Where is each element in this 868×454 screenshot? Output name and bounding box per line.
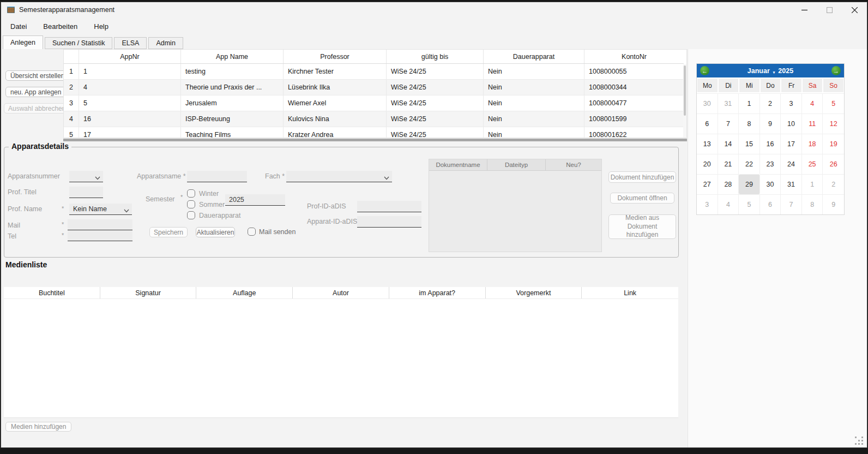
column-header-kontonr[interactable]: KontoNr bbox=[584, 50, 684, 63]
calendar-day[interactable]: 20 bbox=[697, 154, 718, 174]
apparatsname-input[interactable] bbox=[187, 171, 247, 182]
menu-datei[interactable]: Datei bbox=[2, 20, 35, 33]
calendar-day[interactable]: 12 bbox=[823, 113, 844, 134]
speichern-button[interactable]: Speichern bbox=[149, 227, 188, 237]
calendar-day[interactable]: 30 bbox=[697, 93, 718, 113]
medien-aus-dokument-button[interactable]: Medien aus Dokument hinzufügen bbox=[608, 214, 676, 239]
calendar-day[interactable]: 27 bbox=[697, 174, 718, 194]
winter-radio[interactable] bbox=[187, 189, 195, 198]
calendar-day[interactable]: 8 bbox=[739, 113, 760, 134]
calendar-day[interactable]: 7 bbox=[781, 194, 802, 214]
auswahl-abbrechen-button[interactable]: Auswahl abbrechen bbox=[4, 103, 70, 113]
column-header-gueltig-bis[interactable]: gültig bis bbox=[387, 50, 484, 63]
calendar-day[interactable]: 1 bbox=[739, 93, 760, 113]
table-row[interactable]: 2 4 Theorie und Praxis der ... Lüsebrink… bbox=[64, 80, 684, 95]
calendar-day[interactable]: 21 bbox=[718, 154, 739, 174]
table-row[interactable]: 5 17 Teaching Films Kratzer Andrea WiSe … bbox=[64, 127, 684, 138]
calendar-day[interactable]: 2 bbox=[823, 174, 844, 194]
dokument-oeffnen-button[interactable]: Dokument öffnen bbox=[610, 193, 674, 204]
column-header-dauerapparat[interactable]: Dauerapparat bbox=[484, 50, 584, 63]
calendar-day[interactable]: 7 bbox=[718, 113, 739, 134]
medien-column-signatur[interactable]: Signatur bbox=[100, 287, 197, 298]
calendar-day[interactable]: 23 bbox=[760, 154, 781, 174]
apparat-id-adis-input[interactable] bbox=[357, 216, 421, 228]
tab-anlegen[interactable]: Anlegen bbox=[3, 35, 43, 49]
calendar-day[interactable]: 15 bbox=[739, 134, 760, 154]
calendar-day[interactable]: 11 bbox=[802, 113, 823, 134]
calendar-year-label[interactable]: 2025 bbox=[778, 67, 793, 75]
prof-name-select[interactable]: Kein Name bbox=[69, 204, 132, 215]
menu-bearbeiten[interactable]: Bearbeiten bbox=[35, 20, 86, 33]
calendar-day[interactable]: 5 bbox=[739, 194, 760, 214]
calendar-day[interactable]: 5 bbox=[823, 93, 844, 113]
medien-column-vorgemerkt[interactable]: Vorgemerkt bbox=[486, 287, 582, 298]
calendar-day[interactable]: 9 bbox=[823, 194, 844, 214]
prof-titel-input[interactable] bbox=[69, 187, 103, 198]
table-row[interactable]: 1 1 testing Kirchner Tester WiSe 24/25 N… bbox=[64, 64, 684, 80]
calendar-day[interactable]: 4 bbox=[718, 194, 739, 214]
doc-column-dateityp[interactable]: Dateityp bbox=[487, 159, 546, 171]
title-bar[interactable]: Semesterapparatsmanagement bbox=[1, 2, 867, 17]
calendar-day[interactable]: 28 bbox=[718, 174, 739, 194]
calendar-day[interactable]: 8 bbox=[802, 194, 823, 214]
dokument-hinzufuegen-button[interactable]: Dokument hinzufügen bbox=[608, 171, 676, 183]
calendar-day[interactable]: 24 bbox=[781, 154, 802, 174]
calendar-month-label[interactable]: Januar bbox=[748, 67, 770, 75]
semester-year-input[interactable]: 2025 bbox=[225, 194, 285, 206]
calendar-day[interactable]: 9 bbox=[760, 113, 781, 134]
maximize-button[interactable] bbox=[817, 2, 842, 17]
calendar-next-month-button[interactable]: → bbox=[831, 66, 841, 75]
fach-select[interactable] bbox=[286, 171, 392, 182]
aktualisieren-button[interactable]: Aktualisieren bbox=[196, 227, 235, 237]
tab-suchen-statistik[interactable]: Suchen / Statistik bbox=[45, 37, 113, 49]
calendar-day[interactable]: 31 bbox=[718, 93, 739, 113]
calendar-day[interactable]: 30 bbox=[760, 174, 781, 194]
column-header-professor[interactable]: Professor bbox=[284, 50, 387, 63]
minimize-button[interactable] bbox=[792, 2, 817, 17]
calendar-day[interactable]: 18 bbox=[802, 134, 823, 154]
medien-column-link[interactable]: Link bbox=[582, 287, 678, 298]
apparatsnummer-select[interactable] bbox=[69, 171, 103, 182]
calendar-day[interactable]: 29 bbox=[739, 174, 760, 194]
vertical-scrollbar[interactable] bbox=[683, 64, 686, 138]
calendar-day[interactable]: 4 bbox=[802, 93, 823, 113]
calendar-prev-month-button[interactable]: ← bbox=[700, 66, 709, 75]
calendar-day[interactable]: 2 bbox=[760, 93, 781, 113]
calendar-day[interactable]: 14 bbox=[718, 134, 739, 154]
prof-id-adis-input[interactable] bbox=[357, 201, 421, 212]
medien-hinzufuegen-button[interactable]: Medien hinzufügen bbox=[5, 422, 71, 432]
sommer-radio[interactable] bbox=[187, 200, 195, 208]
doc-column-dokumentname[interactable]: Dokumentname bbox=[429, 159, 487, 171]
calendar-day[interactable]: 22 bbox=[739, 154, 760, 174]
dauerapparat-radio[interactable] bbox=[187, 211, 195, 219]
calendar-day[interactable]: 25 bbox=[802, 154, 823, 174]
medien-column-im-apparat[interactable]: im Apparat? bbox=[389, 287, 486, 298]
uebersicht-erstellen-button[interactable]: Übersicht erstellen bbox=[5, 70, 69, 81]
calendar-day[interactable]: 17 bbox=[781, 134, 802, 154]
close-button[interactable] bbox=[842, 2, 867, 17]
calendar-day[interactable]: 16 bbox=[760, 134, 781, 154]
menu-help[interactable]: Help bbox=[86, 20, 117, 33]
doc-column-neu[interactable]: Neu? bbox=[546, 159, 601, 171]
medien-column-buchtitel[interactable]: Buchtitel bbox=[4, 287, 100, 298]
calendar-day[interactable]: 10 bbox=[781, 113, 802, 134]
table-row[interactable]: 3 5 Jerusalem Wiemer Axel WiSe 24/25 Nei… bbox=[64, 95, 684, 111]
mail-senden-checkbox[interactable] bbox=[248, 228, 256, 236]
column-header-appnr[interactable]: AppNr bbox=[79, 50, 181, 63]
calendar-day[interactable]: 6 bbox=[760, 194, 781, 214]
table-row[interactable]: 4 16 ISP-Betreuung Kulovics Nina WiSe 24… bbox=[64, 111, 684, 127]
calendar-day[interactable]: 31 bbox=[781, 174, 802, 194]
tel-input[interactable] bbox=[68, 230, 132, 241]
resize-grip[interactable] bbox=[855, 437, 864, 445]
calendar-day[interactable]: 6 bbox=[697, 113, 718, 134]
calendar-day[interactable]: 3 bbox=[781, 93, 802, 113]
neue-app-anlegen-button[interactable]: neu. App anlegen bbox=[5, 87, 66, 97]
tab-elsa[interactable]: ELSA bbox=[114, 37, 147, 49]
calendar-day[interactable]: 1 bbox=[802, 174, 823, 194]
calendar-day[interactable]: 3 bbox=[697, 194, 718, 214]
calendar-day[interactable]: 26 bbox=[823, 154, 844, 174]
mail-input[interactable] bbox=[68, 219, 132, 230]
column-header-appname[interactable]: App Name bbox=[181, 50, 284, 63]
calendar-day[interactable]: 13 bbox=[697, 134, 718, 154]
medien-column-autor[interactable]: Autor bbox=[293, 287, 389, 298]
